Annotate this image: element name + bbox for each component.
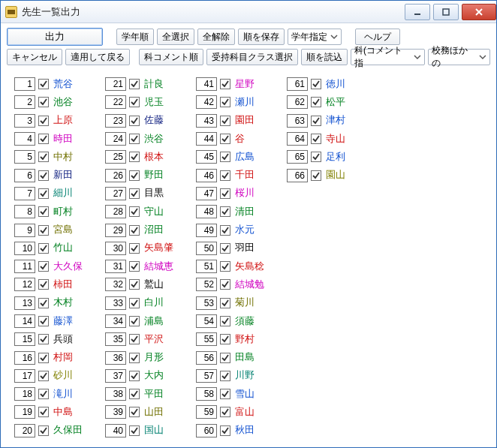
teacher-checkbox[interactable] <box>38 170 49 181</box>
teacher-number-input[interactable]: 12 <box>14 278 35 291</box>
teacher-checkbox[interactable] <box>311 134 321 144</box>
teacher-checkbox[interactable] <box>38 407 49 417</box>
teacher-number-input[interactable]: 36 <box>105 351 126 365</box>
teacher-number-input[interactable]: 63 <box>287 114 308 128</box>
teacher-number-input[interactable]: 27 <box>105 187 126 200</box>
teacher-number-input[interactable]: 24 <box>105 132 126 146</box>
teacher-number-input[interactable]: 10 <box>14 242 35 255</box>
subject-class-select-button[interactable]: 受持科目クラス選択 <box>206 49 298 65</box>
teacher-checkbox[interactable] <box>129 225 140 236</box>
teacher-number-input[interactable]: 25 <box>105 150 126 164</box>
teacher-checkbox[interactable] <box>220 407 230 417</box>
teacher-checkbox[interactable] <box>38 152 49 162</box>
teacher-checkbox[interactable] <box>38 261 49 272</box>
teacher-checkbox[interactable] <box>129 334 140 344</box>
teacher-number-input[interactable]: 41 <box>196 77 217 91</box>
teacher-checkbox[interactable] <box>220 134 230 144</box>
teacher-number-input[interactable]: 23 <box>105 114 126 128</box>
teacher-checkbox[interactable] <box>220 116 230 126</box>
teacher-checkbox[interactable] <box>38 206 49 217</box>
teacher-checkbox[interactable] <box>311 152 321 162</box>
teacher-number-input[interactable]: 64 <box>287 132 308 146</box>
teacher-checkbox[interactable] <box>220 206 230 217</box>
teacher-checkbox[interactable] <box>38 316 49 326</box>
teacher-number-input[interactable]: 16 <box>14 351 35 365</box>
teacher-checkbox[interactable] <box>220 225 230 236</box>
teacher-number-input[interactable]: 29 <box>105 224 126 237</box>
school-duty-select[interactable]: 校務ほかの <box>428 49 490 65</box>
teacher-checkbox[interactable] <box>220 316 230 326</box>
teacher-number-input[interactable]: 56 <box>196 351 217 365</box>
teacher-checkbox[interactable] <box>129 425 140 436</box>
teacher-number-input[interactable]: 62 <box>287 95 308 109</box>
teacher-checkbox[interactable] <box>129 170 140 181</box>
grade-select[interactable]: 学年指定 <box>288 29 342 45</box>
teacher-checkbox[interactable] <box>220 243 230 254</box>
teacher-number-input[interactable]: 61 <box>287 77 308 91</box>
teacher-number-input[interactable]: 18 <box>14 387 35 401</box>
help-button[interactable]: ヘルプ <box>355 29 400 45</box>
teacher-number-input[interactable]: 66 <box>287 169 308 182</box>
teacher-number-input[interactable]: 5 <box>14 150 35 164</box>
teacher-number-input[interactable]: 43 <box>196 114 217 128</box>
teacher-number-input[interactable]: 22 <box>105 95 126 109</box>
teacher-number-input[interactable]: 11 <box>14 260 35 273</box>
teacher-checkbox[interactable] <box>38 389 49 399</box>
teacher-number-input[interactable]: 19 <box>14 405 35 419</box>
teacher-number-input[interactable]: 39 <box>105 405 126 419</box>
teacher-checkbox[interactable] <box>129 371 140 381</box>
teacher-number-input[interactable]: 2 <box>14 95 35 109</box>
teacher-checkbox[interactable] <box>38 134 49 144</box>
teacher-checkbox[interactable] <box>129 407 140 417</box>
teacher-checkbox[interactable] <box>311 170 321 181</box>
teacher-checkbox[interactable] <box>311 116 321 126</box>
teacher-checkbox[interactable] <box>220 188 230 199</box>
apply-back-button[interactable]: 適用して戻る <box>65 49 130 65</box>
teacher-number-input[interactable]: 13 <box>14 296 35 310</box>
teacher-number-input[interactable]: 52 <box>196 278 217 291</box>
teacher-checkbox[interactable] <box>38 334 49 344</box>
teacher-number-input[interactable]: 32 <box>105 278 126 291</box>
teacher-number-input[interactable]: 33 <box>105 296 126 310</box>
teacher-number-input[interactable]: 55 <box>196 332 217 346</box>
teacher-number-input[interactable]: 48 <box>196 205 217 218</box>
teacher-number-input[interactable]: 6 <box>14 169 35 182</box>
teacher-checkbox[interactable] <box>38 97 49 107</box>
teacher-checkbox[interactable] <box>220 170 230 181</box>
teacher-checkbox[interactable] <box>129 279 140 290</box>
teacher-number-input[interactable]: 44 <box>196 132 217 146</box>
teacher-checkbox[interactable] <box>129 316 140 326</box>
teacher-checkbox[interactable] <box>220 425 230 436</box>
teacher-checkbox[interactable] <box>38 279 49 290</box>
teacher-number-input[interactable]: 50 <box>196 242 217 255</box>
teacher-checkbox[interactable] <box>129 353 140 363</box>
teacher-checkbox[interactable] <box>38 425 49 436</box>
teacher-checkbox[interactable] <box>129 389 140 399</box>
teacher-number-input[interactable]: 49 <box>196 224 217 237</box>
teacher-number-input[interactable]: 34 <box>105 314 126 328</box>
load-order-button[interactable]: 順を読込 <box>301 49 348 65</box>
teacher-number-input[interactable]: 38 <box>105 387 126 401</box>
teacher-number-input[interactable]: 42 <box>196 95 217 109</box>
teacher-number-input[interactable]: 9 <box>14 224 35 237</box>
teacher-checkbox[interactable] <box>129 152 140 162</box>
teacher-checkbox[interactable] <box>129 134 140 144</box>
teacher-checkbox[interactable] <box>38 116 49 126</box>
teacher-checkbox[interactable] <box>220 334 230 344</box>
teacher-number-input[interactable]: 60 <box>196 424 217 437</box>
teacher-checkbox[interactable] <box>38 188 49 199</box>
teacher-number-input[interactable]: 14 <box>14 314 35 328</box>
save-order-button[interactable]: 順を保存 <box>238 29 285 45</box>
maximize-button[interactable] <box>433 4 459 20</box>
teacher-checkbox[interactable] <box>38 353 49 363</box>
select-all-button[interactable]: 全選択 <box>157 29 194 45</box>
teacher-number-input[interactable]: 51 <box>196 260 217 273</box>
minimize-button[interactable] <box>405 4 430 20</box>
teacher-number-input[interactable]: 3 <box>14 114 35 128</box>
teacher-number-input[interactable]: 7 <box>14 187 35 200</box>
teacher-number-input[interactable]: 26 <box>105 169 126 182</box>
teacher-checkbox[interactable] <box>220 298 230 308</box>
teacher-number-input[interactable]: 20 <box>14 424 35 437</box>
teacher-checkbox[interactable] <box>38 298 49 308</box>
teacher-number-input[interactable]: 21 <box>105 77 126 91</box>
